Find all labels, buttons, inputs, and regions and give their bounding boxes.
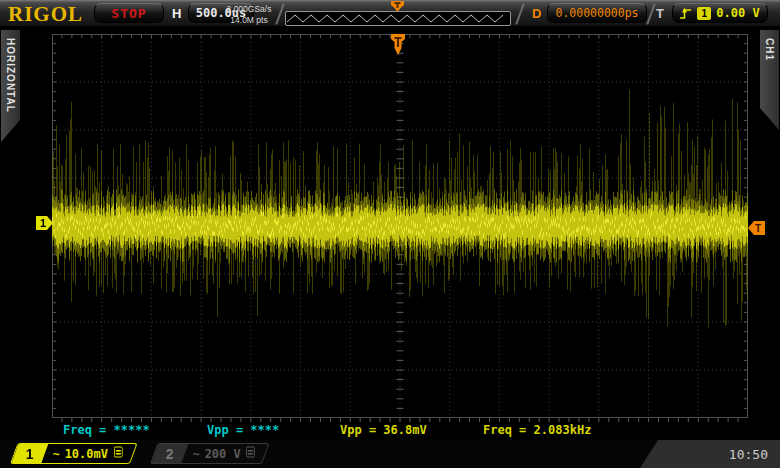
trigger-level-marker[interactable]: T xyxy=(748,221,765,235)
channel-status-bar: 1 ~ 10.0mV 2 ~ 200 V 10:50 xyxy=(0,440,780,468)
waveform-display-area xyxy=(52,34,748,418)
memory-depth: 14.0M pts xyxy=(220,15,278,26)
trigger-source-badge: 1 xyxy=(697,7,711,20)
delay-label: D xyxy=(532,6,541,21)
separator xyxy=(646,3,655,24)
oscilloscope-screen: RIGOL STOP H 500.0us 2.000GSa/s 14.0M pt… xyxy=(0,0,780,468)
run-stop-status[interactable]: STOP xyxy=(94,3,164,23)
channel2-scale-readout: ~ 200 V xyxy=(181,444,268,463)
delay-value-button[interactable]: 0.00000000ps xyxy=(547,3,647,23)
horizontal-label: H xyxy=(172,6,181,21)
clock-panel: 10:50 xyxy=(640,440,780,468)
system-time: 10:50 xyxy=(729,447,768,462)
measurement-vpp-value: Vpp = 36.8mV xyxy=(340,423,427,437)
separator xyxy=(515,3,524,24)
channel1-offset-marker[interactable]: 1 xyxy=(36,216,53,230)
trigger-position-marker[interactable] xyxy=(391,34,405,56)
channel1-scale-readout: ~ 10.0mV xyxy=(41,444,136,463)
memory-waveform-preview xyxy=(286,12,510,25)
measurement-freq-stat: Freq = ***** xyxy=(63,423,150,437)
channel1-button[interactable]: 1 ~ 10.0mV xyxy=(10,443,137,464)
ch1-waveform-trace xyxy=(52,34,748,418)
top-status-bar: RIGOL STOP H 500.0us 2.000GSa/s 14.0M pt… xyxy=(0,0,780,28)
channel2-button[interactable]: 2 ~ 200 V xyxy=(150,443,270,464)
channel2-scale-value: 200 V xyxy=(205,447,241,461)
trigger-position-top-icon[interactable] xyxy=(391,1,404,12)
measurement-vpp-stat: Vpp = **** xyxy=(207,423,279,437)
tab-horizontal[interactable]: HORIZONTAL xyxy=(1,30,20,142)
trigger-level-value: 0.00 V xyxy=(716,6,759,20)
scale-indicator-icon xyxy=(113,446,122,461)
channel1-scale-value: 10.0mV xyxy=(65,447,108,461)
acquisition-info: 2.000GSa/s 14.0M pts xyxy=(220,4,278,25)
tab-ch1[interactable]: CH1 xyxy=(760,30,779,130)
measurement-freq-value: Freq = 2.083kHz xyxy=(483,423,591,437)
memory-position-strip[interactable] xyxy=(285,11,511,26)
trigger-settings-button[interactable]: 1 0.00 V xyxy=(672,3,768,23)
trigger-label: T xyxy=(656,6,664,21)
scale-indicator-icon xyxy=(246,446,255,461)
rigol-logo: RIGOL xyxy=(8,2,83,27)
svg-text:T: T xyxy=(755,223,761,234)
svg-text:1: 1 xyxy=(40,217,46,229)
coupling-ac-icon: ~ xyxy=(193,447,200,461)
rising-edge-icon xyxy=(680,6,692,20)
coupling-ac-icon: ~ xyxy=(53,447,60,461)
sample-rate: 2.000GSa/s xyxy=(220,4,278,15)
